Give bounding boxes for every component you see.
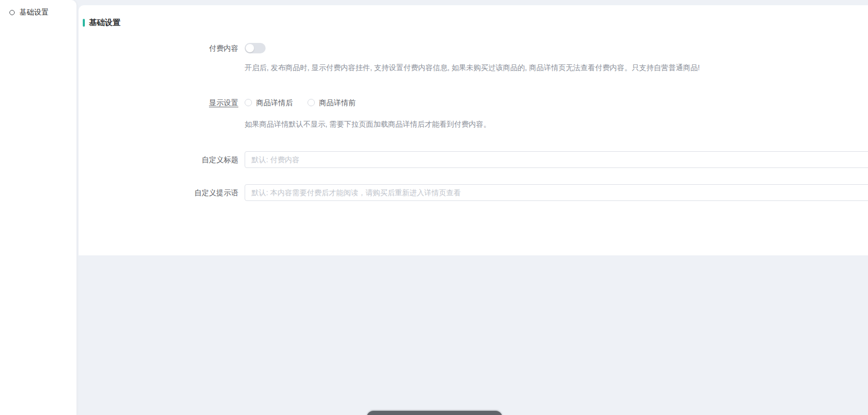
paid-content-help: 开启后, 发布商品时, 显示付费内容挂件, 支持设置付费内容信息, 如果未购买过… [245,62,863,73]
radio-option-after-detail[interactable]: 商品详情后 [245,97,293,108]
card-title-row: 基础设置 [83,18,120,28]
switch-knob [246,44,254,52]
radio-circle-icon[interactable] [245,99,252,106]
paid-content-label: 付费内容 [79,43,238,53]
custom-prompt-input[interactable] [245,184,868,201]
radio-option-label: 商品详情前 [319,97,356,108]
radio-circle-icon[interactable] [307,99,315,106]
settings-page: 基础设置 基础设置 付费内容 开启后, 发布商品时, 显示付费内容挂件, 支持设… [0,0,868,415]
display-setting-help: 如果商品详情默认不显示, 需要下拉页面加载商品详情后才能看到付费内容。 [245,119,863,129]
radio-option-label: 商品详情后 [256,97,293,108]
custom-prompt-label: 自定义提示语 [79,187,238,198]
page-title: 基础设置 [89,18,120,28]
display-setting-label: 显示设置 [79,97,238,108]
sidebar-item-basic-settings[interactable]: 基础设置 [0,0,76,17]
display-setting-radio-group: 商品详情后 商品详情前 [245,97,356,108]
circle-icon [9,10,15,15]
sidebar: 基础设置 [0,0,76,415]
sidebar-item-label: 基础设置 [19,8,49,17]
custom-title-input[interactable] [245,151,868,168]
radio-option-before-detail[interactable]: 商品详情前 [307,97,356,108]
main-card: 基础设置 付费内容 开启后, 发布商品时, 显示付费内容挂件, 支持设置付费内容… [79,5,868,255]
title-accent-bar [83,19,85,27]
custom-title-label: 自定义标题 [79,154,238,165]
bottom-toast[interactable] [367,411,502,415]
paid-content-switch[interactable] [245,43,266,53]
